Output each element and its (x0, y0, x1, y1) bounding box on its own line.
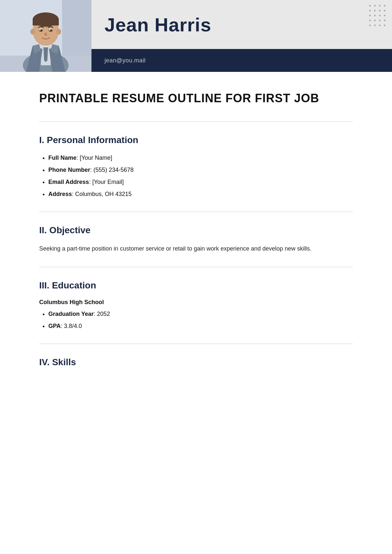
document-title: PRINTABLE RESUME OUTLINE FOR FIRST JOB (39, 91, 353, 105)
dot-grid-decoration (369, 5, 387, 28)
candidate-name: Jean Harris (105, 14, 211, 36)
divider-4 (39, 344, 353, 344)
divider-3 (39, 267, 353, 267)
section-skills: IV. Skills (39, 357, 353, 367)
resume-header: Jean Harris jean@you.mail (0, 0, 392, 72)
svg-point-24 (44, 33, 47, 36)
objective-text: Seeking a part-time position in customer… (39, 244, 353, 254)
svg-marker-6 (43, 47, 48, 62)
svg-point-17 (57, 29, 61, 35)
candidate-email: jean@you.mail (105, 57, 146, 64)
section-personal-heading: I. Personal Information (39, 135, 353, 145)
profile-photo (0, 0, 91, 72)
header-info: Jean Harris jean@you.mail (91, 0, 392, 72)
list-item: Phone Number: (555) 234-5678 (48, 166, 353, 174)
list-item: Address: Columbus, OH 43215 (48, 190, 353, 199)
main-content: PRINTABLE RESUME OUTLINE FOR FIRST JOB I… (0, 72, 392, 402)
list-item: Email Address: [Your Email] (48, 178, 353, 187)
header-name-row: Jean Harris (91, 0, 392, 49)
school-name: Columbus High School (39, 299, 353, 306)
list-item: GPA: 3.8/4.0 (48, 322, 353, 331)
list-item: Graduation Year: 2052 (48, 310, 353, 318)
education-list: Graduation Year: 2052 GPA: 3.8/4.0 (39, 310, 353, 331)
section-objective: II. Objective Seeking a part-time positi… (39, 225, 353, 254)
section-objective-heading: II. Objective (39, 225, 353, 236)
personal-info-list: Full Name: [Your Name] Phone Number: (55… (39, 154, 353, 199)
divider-2 (39, 212, 353, 212)
svg-point-23 (50, 29, 52, 31)
section-education: III. Education Columbus High School Grad… (39, 280, 353, 331)
section-personal: I. Personal Information Full Name: [Your… (39, 135, 353, 199)
divider-1 (39, 122, 353, 122)
section-education-heading: III. Education (39, 280, 353, 291)
svg-point-16 (30, 29, 35, 35)
svg-point-22 (41, 29, 42, 31)
list-item: Full Name: [Your Name] (48, 154, 353, 162)
section-skills-heading: IV. Skills (39, 357, 353, 367)
header-contact-row: jean@you.mail (91, 49, 392, 72)
svg-rect-15 (33, 19, 59, 25)
